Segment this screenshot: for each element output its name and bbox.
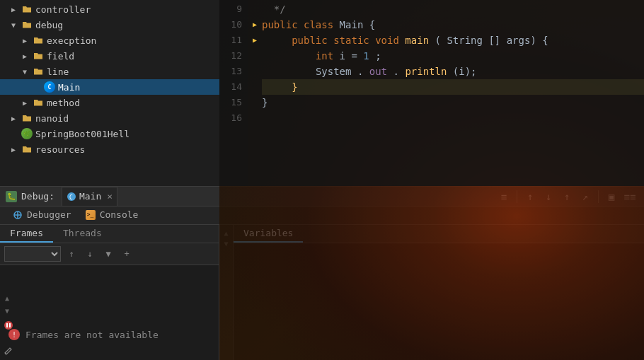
code-line-16 <box>262 110 644 126</box>
frames-add-btn[interactable]: + <box>119 246 134 262</box>
sidebar-item-execption[interactable]: execption <box>0 33 219 48</box>
code-line-10: public class Main { <box>262 17 644 33</box>
sidebar-item-label: SpringBoot001Hell <box>35 129 130 139</box>
code-content: */ public class Main { public <box>262 0 644 186</box>
console-tab-label: Console <box>100 209 139 220</box>
folder-icon <box>33 66 44 76</box>
sidebar-item-line[interactable]: line <box>0 64 219 79</box>
close-tab-button[interactable]: × <box>107 191 113 202</box>
line-num-14: 14 <box>219 79 242 95</box>
arrow-icon <box>11 115 21 122</box>
main-container: controller debug <box>0 0 644 360</box>
param-type: String <box>447 35 483 46</box>
frames-panel-tabs: Frames Threads <box>0 225 219 243</box>
sidebar-item-label: controller <box>35 4 91 15</box>
closing-brace: } <box>292 81 297 93</box>
sidebar-item-label: resources <box>35 144 85 155</box>
line-numbers: 9 10 11 12 13 14 15 16 <box>219 0 248 186</box>
sidebar-item-label: debug <box>35 20 63 30</box>
debugger-tab-label: Debugger <box>27 209 71 220</box>
code-line-13: System . out . println (i); <box>262 64 644 79</box>
scroll-up-down: ▲ ▼ <box>0 291 14 318</box>
sidebar-item-label: field <box>47 51 74 62</box>
left-side-icons <box>0 316 17 360</box>
marker-12 <box>248 48 262 64</box>
sidebar-item-resources[interactable]: resources <box>0 141 219 157</box>
run-icon-svg <box>4 320 13 330</box>
scroll-up-arrow[interactable]: ▲ <box>1 292 13 303</box>
sidebar-item-nanoid[interactable]: nanoid <box>0 110 219 126</box>
tab-frames[interactable]: Frames <box>0 225 53 243</box>
keyword-void: void <box>375 35 399 46</box>
arrow-icon <box>11 6 21 13</box>
top-area: controller debug <box>0 0 644 186</box>
debug-pen-icon[interactable] <box>2 344 15 357</box>
arrow-icon <box>23 37 33 45</box>
svg-point-5 <box>4 321 13 330</box>
closing-brace-class: } <box>262 97 268 108</box>
scroll-arrows-area: ▲ ▼ <box>0 291 219 318</box>
keyword-class: class <box>304 19 333 30</box>
marker-9 <box>248 1 262 17</box>
frames-toolbar: ↑ ↓ ▼ + <box>0 243 219 265</box>
line-num-9: 9 <box>219 1 242 17</box>
keyword-int: int <box>316 50 333 62</box>
debug-markers: ▶ ▶ <box>248 0 262 186</box>
arrow-icon <box>23 52 33 60</box>
main-tab[interactable]: C Main × <box>62 187 117 207</box>
folder-icon <box>21 4 33 14</box>
keyword-public: public <box>262 19 298 30</box>
marker-11[interactable]: ▶ <box>248 33 262 48</box>
spring-file-icon: 🌿 <box>21 128 33 139</box>
sidebar-item-label: execption <box>47 35 96 46</box>
folder-icon <box>21 20 33 30</box>
sidebar-item-springboot[interactable]: 🌿 SpringBoot001Hell <box>0 126 219 141</box>
method-name: main <box>405 35 429 46</box>
tab-debugger[interactable]: Debugger <box>6 207 79 224</box>
sidebar-item-controller[interactable]: controller <box>0 1 219 17</box>
debug-title: Debug: <box>21 191 54 202</box>
sidebar-item-debug[interactable]: debug <box>0 17 219 33</box>
sidebar-item-main[interactable]: C Main <box>0 79 219 95</box>
svg-text:C: C <box>69 194 73 201</box>
sidebar-item-method[interactable]: method <box>0 95 219 110</box>
tab-threads[interactable]: Threads <box>53 225 112 243</box>
frames-filter-btn[interactable]: ▼ <box>100 246 116 262</box>
sidebar-item-field[interactable]: field <box>0 48 219 64</box>
arrow-icon <box>11 21 21 29</box>
svg-rect-7 <box>9 323 11 327</box>
arrow-icon <box>23 68 33 76</box>
folder-icon <box>21 113 33 123</box>
folder-icon <box>33 98 44 108</box>
code-editor-area: 9 10 11 12 13 14 15 16 ▶ ▶ <box>219 0 644 186</box>
class-name: Main <box>340 19 364 30</box>
pen-icon-svg <box>4 346 13 356</box>
number-1: 1 <box>363 50 369 62</box>
debug-run-icon[interactable] <box>2 319 15 332</box>
marker-13 <box>248 64 262 79</box>
code-line-9: */ <box>262 1 644 17</box>
main-tab-label: Main <box>79 191 101 202</box>
marker-10[interactable]: ▶ <box>248 17 262 33</box>
sidebar-item-label: nanoid <box>35 113 69 124</box>
frames-empty-message: ! Frames are not available <box>0 323 219 346</box>
frames-panel: Frames Threads ↑ ↓ ▼ + ▲ <box>0 225 219 360</box>
line-num-16: 16 <box>219 110 242 126</box>
println-method: println <box>405 66 447 77</box>
frames-select[interactable] <box>4 246 61 262</box>
marker-16 <box>248 110 262 126</box>
line-num-11: 11 <box>219 33 242 48</box>
frames-up-btn[interactable]: ↑ <box>64 246 79 262</box>
scroll-down-arrow[interactable]: ▼ <box>1 305 13 316</box>
sidebar-item-label: line <box>47 66 69 77</box>
java-file-icon: C <box>44 81 55 93</box>
marker-14 <box>248 79 262 95</box>
code-line-14: } <box>262 79 644 95</box>
java-tab-icon: C <box>67 192 76 202</box>
code-comment: */ <box>262 4 286 15</box>
frames-down-btn[interactable]: ↓ <box>82 246 98 262</box>
sidebar-item-label: method <box>47 98 80 108</box>
console-icon: >_ <box>86 210 96 220</box>
tab-console[interactable]: >_ Console <box>79 207 146 224</box>
keyword-static: static <box>333 35 369 46</box>
